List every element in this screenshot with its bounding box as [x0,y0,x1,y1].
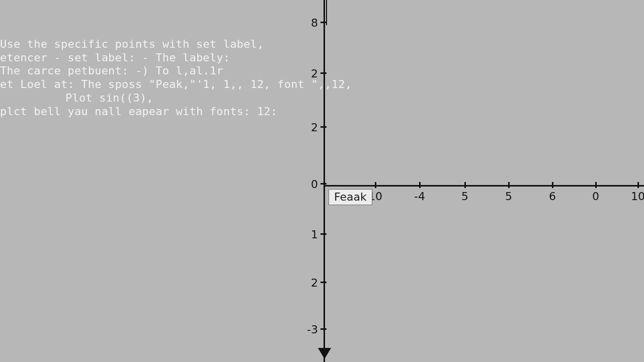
y-axis [324,0,325,362]
x-tick [464,182,466,188]
x-tick [508,182,510,188]
y-tick-label: 2 [298,277,318,289]
y-tick [320,233,327,235]
y-tick-label: 1 [298,228,318,241]
plot-area: 822012-3 10-4556010 Feaak [0,0,644,362]
y-tick [320,183,327,185]
y-tick-label: 8 [298,17,318,29]
x-tick [419,182,421,188]
x-tick [637,182,639,188]
x-tick [375,182,376,188]
y-tick-label: 0 [298,178,318,191]
x-tick-label: 5 [505,190,512,203]
y-tick-label: -3 [298,323,318,336]
y-tick-label: 2 [298,67,318,80]
x-tick-label: 6 [549,190,556,203]
y-tick [320,328,327,330]
x-tick [552,182,553,188]
x-tick-label: 10 [631,190,644,203]
y-tick [320,126,327,128]
arrow-down-icon [318,348,331,359]
y-tick [320,282,327,283]
y-tick [320,22,327,23]
y-tick [320,72,327,74]
peak-annotation: Feaak [329,189,372,205]
x-tick [595,182,597,188]
x-tick-label: -4 [414,190,425,203]
y-tick-label: 2 [298,121,318,134]
x-tick-label: 5 [461,190,468,203]
x-tick-label: 0 [592,190,599,203]
